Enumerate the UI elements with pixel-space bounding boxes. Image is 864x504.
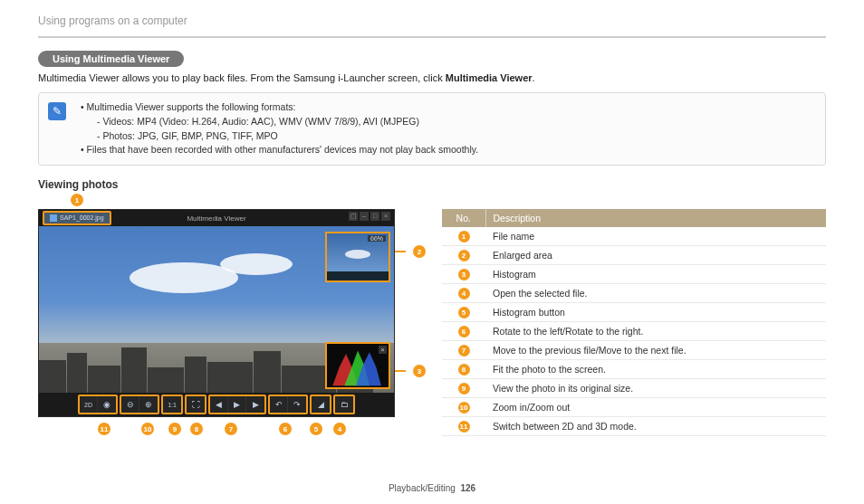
table-row: 4Open the selected file. — [442, 284, 826, 303]
rotate-group: ↶ ↷ — [268, 395, 308, 414]
screenshot-column: 1 2 3 SAP1_0002.jpg Multimedia Viewer ▢ … — [38, 196, 417, 436]
desc-cell: Rotate to the left/Rotate to the right. — [485, 322, 826, 341]
note-icon: ✎ — [48, 102, 66, 120]
mode-3d-button[interactable]: ◉ — [98, 396, 116, 413]
subheading: Viewing photos — [38, 178, 826, 191]
desc-cell: Histogram — [485, 265, 826, 284]
number-badge: 8 — [458, 364, 470, 376]
table-row: 3Histogram — [442, 265, 826, 284]
intro-suffix: . — [533, 72, 535, 83]
mode-2d-button[interactable]: 2D — [80, 396, 98, 413]
desc-cell: Zoom in/Zoom out — [485, 398, 826, 417]
close-button[interactable]: × — [381, 212, 390, 221]
filename-label: SAP1_0002.jpg — [60, 214, 104, 221]
callout-9: 9 — [168, 423, 181, 435]
table-row: 8Fit the photo to the screen. — [442, 360, 826, 379]
callout-7: 7 — [225, 423, 237, 435]
number-badge: 11 — [458, 421, 470, 433]
file-icon — [50, 214, 57, 222]
callout-4: 4 — [333, 423, 346, 435]
play-button[interactable]: ▶ — [228, 396, 246, 413]
note-sub: Videos: MP4 (Video: H.264, Audio: AAC), … — [97, 115, 816, 129]
mode-group: 2D ◉ — [78, 395, 118, 414]
table-header-no: No. — [442, 209, 485, 227]
file-tab[interactable]: SAP1_0002.jpg — [43, 211, 111, 225]
callout-6: 6 — [279, 423, 292, 435]
close-icon[interactable]: × — [379, 346, 387, 354]
table-row: 5Histogram button — [442, 303, 826, 322]
multimedia-viewer-window: SAP1_0002.jpg Multimedia Viewer ▢ – □ × … — [38, 209, 395, 417]
page-footer: Playback/Editing 126 — [0, 483, 864, 493]
page-header: Using programs on a computer — [0, 0, 864, 34]
footer-page: 126 — [460, 483, 475, 493]
number-badge: 7 — [458, 345, 470, 357]
callout-3: 3 — [413, 365, 426, 377]
cloud-decoration — [220, 253, 293, 275]
description-table: No. Description 1File name2Enlarged area… — [442, 209, 826, 436]
number-badge: 10 — [458, 402, 470, 414]
table-row: 9View the photo in its original size. — [442, 379, 826, 398]
desc-cell: Enlarged area — [485, 246, 826, 265]
table-row: 10Zoom in/Zoom out — [442, 398, 826, 417]
zoom-group: ⊖ ⊕ — [120, 395, 159, 414]
zoom-label: 66% — [368, 235, 386, 242]
note-bullet: Files that have been recorded with other… — [81, 143, 816, 157]
number-badge: 3 — [458, 269, 470, 281]
callout-11: 11 — [98, 423, 110, 435]
next-file-button[interactable]: ▶ — [246, 396, 264, 413]
zoom-out-button[interactable]: ⊖ — [121, 396, 139, 413]
titlebar: SAP1_0002.jpg Multimedia Viewer ▢ – □ × — [39, 210, 394, 226]
rotate-right-button[interactable]: ↷ — [288, 396, 306, 413]
footer-section: Playback/Editing — [389, 483, 456, 493]
maximize-button[interactable]: □ — [370, 212, 379, 221]
desc-cell: Switch between 2D and 3D mode. — [485, 417, 826, 436]
intro-prefix: Multimedia Viewer allows you to play bac… — [38, 72, 446, 83]
number-badge: 2 — [458, 250, 470, 262]
number-badge: 5 — [458, 307, 470, 319]
rotate-left-button[interactable]: ↶ — [270, 396, 288, 413]
fit-screen-button[interactable]: ⛶ — [187, 396, 205, 413]
zoom-in-button[interactable]: ⊕ — [139, 396, 158, 413]
note-sub: Photos: JPG, GIF, BMP, PNG, TIFF, MPO — [97, 129, 816, 144]
desc-cell: Move to the previous file/Move to the ne… — [485, 341, 826, 360]
callout-10: 10 — [141, 423, 154, 435]
table-row: 2Enlarged area — [442, 246, 826, 265]
desc-cell: Open the selected file. — [485, 284, 826, 303]
table-row: 7Move to the previous file/Move to the n… — [442, 341, 826, 360]
fit-group: ⛶ — [185, 395, 206, 414]
prev-file-button[interactable]: ◀ — [210, 396, 228, 413]
desc-cell: Fit the photo to the screen. — [485, 360, 826, 379]
note-bullet: Multimedia Viewer supports the following… — [81, 100, 816, 115]
histogram-button[interactable]: ◢ — [312, 396, 330, 413]
description-column: No. Description 1File name2Enlarged area… — [442, 196, 826, 436]
number-badge: 1 — [458, 231, 470, 242]
original-size-button[interactable]: 1:1 — [163, 396, 181, 413]
intro-bold: Multimedia Viewer — [446, 72, 533, 83]
callout-5: 5 — [310, 423, 322, 435]
histogram-btn-group: ◢ — [310, 395, 331, 414]
size11-group: 1:1 — [161, 395, 183, 414]
section-pill: Using Multimedia Viewer — [38, 51, 184, 67]
toolbar: 2D ◉ ⊖ ⊕ 1:1 ⛶ ◀ ▶ ▶ — [39, 393, 394, 416]
enlarged-area-panel[interactable]: 66% — [325, 232, 390, 282]
table-row: 1File name — [442, 227, 826, 246]
desc-cell: Histogram button — [485, 303, 826, 322]
callout-1: 1 — [71, 194, 83, 206]
number-badge: 4 — [458, 288, 470, 300]
nav-group: ◀ ▶ ▶ — [208, 395, 266, 414]
intro-text: Multimedia Viewer allows you to play bac… — [38, 72, 826, 83]
table-row: 11Switch between 2D and 3D mode. — [442, 417, 826, 436]
table-header-desc: Description — [485, 209, 826, 227]
minimize2-button[interactable]: – — [360, 212, 369, 221]
desc-cell: File name — [485, 227, 826, 246]
callout-8: 8 — [190, 423, 203, 435]
note-box: ✎ Multimedia Viewer supports the followi… — [38, 92, 826, 166]
minimize-button[interactable]: ▢ — [349, 212, 358, 221]
desc-cell: View the photo in its original size. — [485, 379, 826, 398]
number-badge: 9 — [458, 383, 470, 395]
open-group: 🗀 — [333, 395, 355, 414]
table-row: 6Rotate to the left/Rotate to the right. — [442, 322, 826, 341]
divider — [38, 36, 826, 38]
open-file-button[interactable]: 🗀 — [335, 396, 353, 413]
histogram-panel[interactable]: × — [325, 342, 390, 389]
